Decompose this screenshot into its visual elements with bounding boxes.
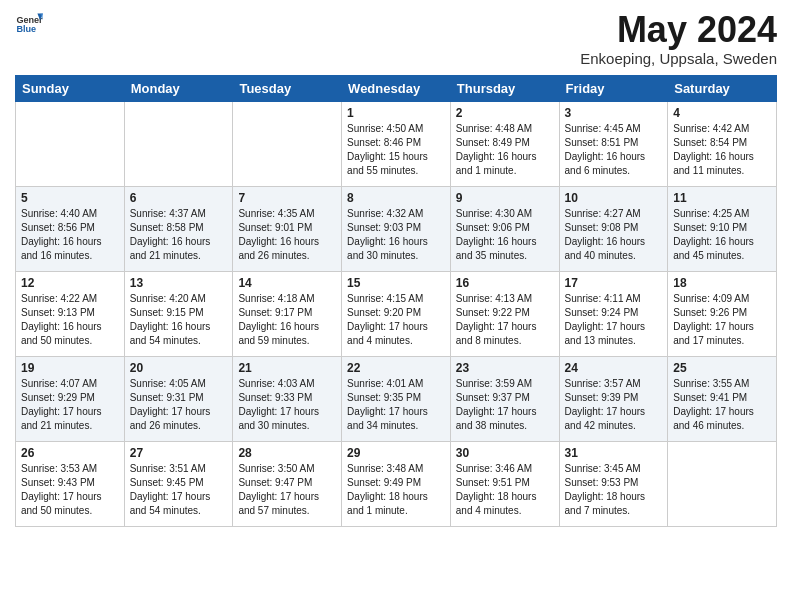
day-info: Sunrise: 4:27 AM Sunset: 9:08 PM Dayligh… bbox=[565, 207, 663, 263]
day-info: Sunrise: 4:25 AM Sunset: 9:10 PM Dayligh… bbox=[673, 207, 771, 263]
day-number: 21 bbox=[238, 361, 336, 375]
weekday-header-saturday: Saturday bbox=[668, 75, 777, 101]
day-number: 18 bbox=[673, 276, 771, 290]
calendar-cell bbox=[124, 101, 233, 186]
calendar-cell: 31Sunrise: 3:45 AM Sunset: 9:53 PM Dayli… bbox=[559, 441, 668, 526]
calendar-cell: 10Sunrise: 4:27 AM Sunset: 9:08 PM Dayli… bbox=[559, 186, 668, 271]
week-row-2: 5Sunrise: 4:40 AM Sunset: 8:56 PM Daylig… bbox=[16, 186, 777, 271]
calendar-cell: 18Sunrise: 4:09 AM Sunset: 9:26 PM Dayli… bbox=[668, 271, 777, 356]
calendar-cell: 27Sunrise: 3:51 AM Sunset: 9:45 PM Dayli… bbox=[124, 441, 233, 526]
week-row-5: 26Sunrise: 3:53 AM Sunset: 9:43 PM Dayli… bbox=[16, 441, 777, 526]
day-info: Sunrise: 3:57 AM Sunset: 9:39 PM Dayligh… bbox=[565, 377, 663, 433]
svg-text:Blue: Blue bbox=[16, 24, 36, 34]
day-number: 19 bbox=[21, 361, 119, 375]
weekday-header-sunday: Sunday bbox=[16, 75, 125, 101]
calendar-cell: 26Sunrise: 3:53 AM Sunset: 9:43 PM Dayli… bbox=[16, 441, 125, 526]
day-info: Sunrise: 4:13 AM Sunset: 9:22 PM Dayligh… bbox=[456, 292, 554, 348]
calendar-cell bbox=[668, 441, 777, 526]
day-info: Sunrise: 4:40 AM Sunset: 8:56 PM Dayligh… bbox=[21, 207, 119, 263]
day-number: 27 bbox=[130, 446, 228, 460]
calendar-cell: 4Sunrise: 4:42 AM Sunset: 8:54 PM Daylig… bbox=[668, 101, 777, 186]
day-info: Sunrise: 4:20 AM Sunset: 9:15 PM Dayligh… bbox=[130, 292, 228, 348]
day-info: Sunrise: 4:11 AM Sunset: 9:24 PM Dayligh… bbox=[565, 292, 663, 348]
day-info: Sunrise: 3:51 AM Sunset: 9:45 PM Dayligh… bbox=[130, 462, 228, 518]
header: General Blue May 2024 Enkoeping, Uppsala… bbox=[15, 10, 777, 67]
day-number: 15 bbox=[347, 276, 445, 290]
day-number: 16 bbox=[456, 276, 554, 290]
calendar-table: SundayMondayTuesdayWednesdayThursdayFrid… bbox=[15, 75, 777, 527]
day-info: Sunrise: 3:45 AM Sunset: 9:53 PM Dayligh… bbox=[565, 462, 663, 518]
calendar-cell: 3Sunrise: 4:45 AM Sunset: 8:51 PM Daylig… bbox=[559, 101, 668, 186]
day-number: 25 bbox=[673, 361, 771, 375]
day-info: Sunrise: 4:35 AM Sunset: 9:01 PM Dayligh… bbox=[238, 207, 336, 263]
day-info: Sunrise: 4:50 AM Sunset: 8:46 PM Dayligh… bbox=[347, 122, 445, 178]
calendar-cell: 12Sunrise: 4:22 AM Sunset: 9:13 PM Dayli… bbox=[16, 271, 125, 356]
day-info: Sunrise: 4:18 AM Sunset: 9:17 PM Dayligh… bbox=[238, 292, 336, 348]
calendar-cell: 29Sunrise: 3:48 AM Sunset: 9:49 PM Dayli… bbox=[342, 441, 451, 526]
day-number: 20 bbox=[130, 361, 228, 375]
calendar-cell: 19Sunrise: 4:07 AM Sunset: 9:29 PM Dayli… bbox=[16, 356, 125, 441]
day-info: Sunrise: 4:15 AM Sunset: 9:20 PM Dayligh… bbox=[347, 292, 445, 348]
calendar-cell: 8Sunrise: 4:32 AM Sunset: 9:03 PM Daylig… bbox=[342, 186, 451, 271]
day-info: Sunrise: 3:50 AM Sunset: 9:47 PM Dayligh… bbox=[238, 462, 336, 518]
week-row-4: 19Sunrise: 4:07 AM Sunset: 9:29 PM Dayli… bbox=[16, 356, 777, 441]
calendar-cell: 2Sunrise: 4:48 AM Sunset: 8:49 PM Daylig… bbox=[450, 101, 559, 186]
month-year: May 2024 bbox=[580, 10, 777, 50]
calendar-cell: 16Sunrise: 4:13 AM Sunset: 9:22 PM Dayli… bbox=[450, 271, 559, 356]
weekday-header-wednesday: Wednesday bbox=[342, 75, 451, 101]
calendar-cell bbox=[233, 101, 342, 186]
day-info: Sunrise: 3:53 AM Sunset: 9:43 PM Dayligh… bbox=[21, 462, 119, 518]
day-number: 29 bbox=[347, 446, 445, 460]
day-info: Sunrise: 4:07 AM Sunset: 9:29 PM Dayligh… bbox=[21, 377, 119, 433]
day-number: 13 bbox=[130, 276, 228, 290]
day-number: 14 bbox=[238, 276, 336, 290]
day-number: 11 bbox=[673, 191, 771, 205]
day-number: 23 bbox=[456, 361, 554, 375]
day-info: Sunrise: 4:22 AM Sunset: 9:13 PM Dayligh… bbox=[21, 292, 119, 348]
weekday-header-thursday: Thursday bbox=[450, 75, 559, 101]
day-number: 9 bbox=[456, 191, 554, 205]
calendar-cell: 5Sunrise: 4:40 AM Sunset: 8:56 PM Daylig… bbox=[16, 186, 125, 271]
calendar-cell: 24Sunrise: 3:57 AM Sunset: 9:39 PM Dayli… bbox=[559, 356, 668, 441]
day-number: 10 bbox=[565, 191, 663, 205]
calendar-cell: 20Sunrise: 4:05 AM Sunset: 9:31 PM Dayli… bbox=[124, 356, 233, 441]
weekday-header-friday: Friday bbox=[559, 75, 668, 101]
day-number: 22 bbox=[347, 361, 445, 375]
calendar-cell: 7Sunrise: 4:35 AM Sunset: 9:01 PM Daylig… bbox=[233, 186, 342, 271]
day-number: 24 bbox=[565, 361, 663, 375]
day-info: Sunrise: 3:59 AM Sunset: 9:37 PM Dayligh… bbox=[456, 377, 554, 433]
day-info: Sunrise: 4:48 AM Sunset: 8:49 PM Dayligh… bbox=[456, 122, 554, 178]
weekday-header-tuesday: Tuesday bbox=[233, 75, 342, 101]
calendar-cell: 25Sunrise: 3:55 AM Sunset: 9:41 PM Dayli… bbox=[668, 356, 777, 441]
day-info: Sunrise: 4:32 AM Sunset: 9:03 PM Dayligh… bbox=[347, 207, 445, 263]
day-number: 2 bbox=[456, 106, 554, 120]
day-number: 6 bbox=[130, 191, 228, 205]
day-number: 26 bbox=[21, 446, 119, 460]
calendar-cell: 28Sunrise: 3:50 AM Sunset: 9:47 PM Dayli… bbox=[233, 441, 342, 526]
calendar-cell: 22Sunrise: 4:01 AM Sunset: 9:35 PM Dayli… bbox=[342, 356, 451, 441]
calendar-cell: 30Sunrise: 3:46 AM Sunset: 9:51 PM Dayli… bbox=[450, 441, 559, 526]
day-info: Sunrise: 4:42 AM Sunset: 8:54 PM Dayligh… bbox=[673, 122, 771, 178]
day-info: Sunrise: 4:09 AM Sunset: 9:26 PM Dayligh… bbox=[673, 292, 771, 348]
logo: General Blue bbox=[15, 10, 43, 38]
day-info: Sunrise: 4:01 AM Sunset: 9:35 PM Dayligh… bbox=[347, 377, 445, 433]
page: General Blue May 2024 Enkoeping, Uppsala… bbox=[0, 0, 792, 612]
weekday-header-row: SundayMondayTuesdayWednesdayThursdayFrid… bbox=[16, 75, 777, 101]
weekday-header-monday: Monday bbox=[124, 75, 233, 101]
day-number: 31 bbox=[565, 446, 663, 460]
calendar-cell: 13Sunrise: 4:20 AM Sunset: 9:15 PM Dayli… bbox=[124, 271, 233, 356]
calendar-cell: 6Sunrise: 4:37 AM Sunset: 8:58 PM Daylig… bbox=[124, 186, 233, 271]
calendar-cell: 21Sunrise: 4:03 AM Sunset: 9:33 PM Dayli… bbox=[233, 356, 342, 441]
calendar-cell: 9Sunrise: 4:30 AM Sunset: 9:06 PM Daylig… bbox=[450, 186, 559, 271]
calendar-cell: 17Sunrise: 4:11 AM Sunset: 9:24 PM Dayli… bbox=[559, 271, 668, 356]
day-number: 3 bbox=[565, 106, 663, 120]
calendar-cell: 23Sunrise: 3:59 AM Sunset: 9:37 PM Dayli… bbox=[450, 356, 559, 441]
day-info: Sunrise: 4:37 AM Sunset: 8:58 PM Dayligh… bbox=[130, 207, 228, 263]
week-row-1: 1Sunrise: 4:50 AM Sunset: 8:46 PM Daylig… bbox=[16, 101, 777, 186]
title-block: May 2024 Enkoeping, Uppsala, Sweden bbox=[580, 10, 777, 67]
day-number: 17 bbox=[565, 276, 663, 290]
day-info: Sunrise: 4:45 AM Sunset: 8:51 PM Dayligh… bbox=[565, 122, 663, 178]
day-info: Sunrise: 4:05 AM Sunset: 9:31 PM Dayligh… bbox=[130, 377, 228, 433]
calendar-cell bbox=[16, 101, 125, 186]
calendar-cell: 14Sunrise: 4:18 AM Sunset: 9:17 PM Dayli… bbox=[233, 271, 342, 356]
